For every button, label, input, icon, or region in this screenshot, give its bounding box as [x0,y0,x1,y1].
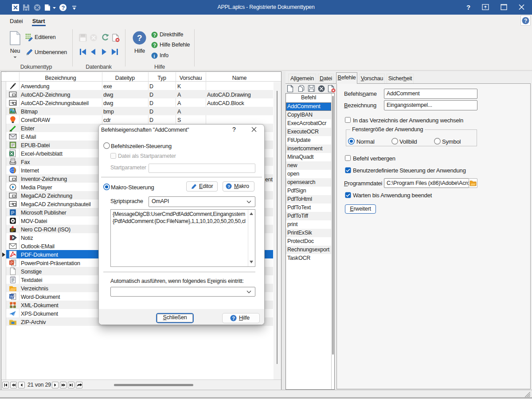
svg-text:?: ? [524,18,527,24]
svg-text:?: ? [227,184,230,189]
svg-text:?: ? [232,316,235,321]
svg-text:?: ? [466,4,470,11]
svg-text:P: P [10,261,13,265]
svg-text:?: ? [153,32,156,38]
svg-text:W: W [10,294,14,299]
svg-text:P: P [11,210,14,215]
svg-text:?: ? [153,43,156,48]
svg-text:i: i [154,54,155,59]
svg-text:?: ? [137,33,142,43]
svg-text:20: 20 [9,129,12,132]
